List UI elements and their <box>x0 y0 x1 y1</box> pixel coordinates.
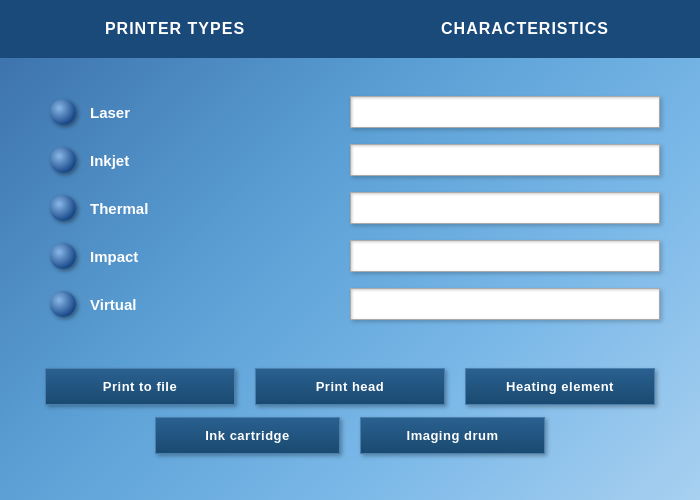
characteristics-list <box>350 78 690 338</box>
bullet-icon <box>50 99 76 125</box>
main-content: Laser Inkjet Thermal Impact Virtual <box>0 58 700 358</box>
list-item: Virtual <box>50 291 350 317</box>
printer-types-list: Laser Inkjet Thermal Impact Virtual <box>10 78 350 338</box>
bullet-icon <box>50 195 76 221</box>
imaging-drum-button[interactable]: Imaging drum <box>360 417 545 454</box>
header: PRINTER TYPES CHARACTERISTICS <box>0 0 700 58</box>
button-row-1: Print to file Print head Heating element <box>20 368 680 405</box>
ink-cartridge-button[interactable]: Ink cartridge <box>155 417 340 454</box>
main-container: PRINTER TYPES CHARACTERISTICS Laser Inkj… <box>0 0 700 500</box>
characteristic-box-laser <box>350 96 660 128</box>
bullet-icon <box>50 243 76 269</box>
list-item: Inkjet <box>50 147 350 173</box>
characteristics-title: CHARACTERISTICS <box>441 20 609 37</box>
bullet-icon <box>50 291 76 317</box>
printer-types-header: PRINTER TYPES <box>0 20 350 38</box>
characteristic-box-virtual <box>350 288 660 320</box>
print-to-file-button[interactable]: Print to file <box>45 368 235 405</box>
printer-type-label: Virtual <box>90 296 136 313</box>
characteristics-header: CHARACTERISTICS <box>350 20 700 38</box>
printer-type-label: Inkjet <box>90 152 129 169</box>
list-item: Laser <box>50 99 350 125</box>
bullet-icon <box>50 147 76 173</box>
list-item: Impact <box>50 243 350 269</box>
printer-type-label: Laser <box>90 104 130 121</box>
printer-type-label: Thermal <box>90 200 148 217</box>
print-head-button[interactable]: Print head <box>255 368 445 405</box>
printer-types-title: PRINTER TYPES <box>105 20 245 37</box>
characteristic-box-impact <box>350 240 660 272</box>
characteristic-box-inkjet <box>350 144 660 176</box>
button-row-2: Ink cartridge Imaging drum <box>20 417 680 454</box>
heating-element-button[interactable]: Heating element <box>465 368 655 405</box>
buttons-area: Print to file Print head Heating element… <box>0 358 700 464</box>
printer-type-label: Impact <box>90 248 138 265</box>
characteristic-box-thermal <box>350 192 660 224</box>
list-item: Thermal <box>50 195 350 221</box>
